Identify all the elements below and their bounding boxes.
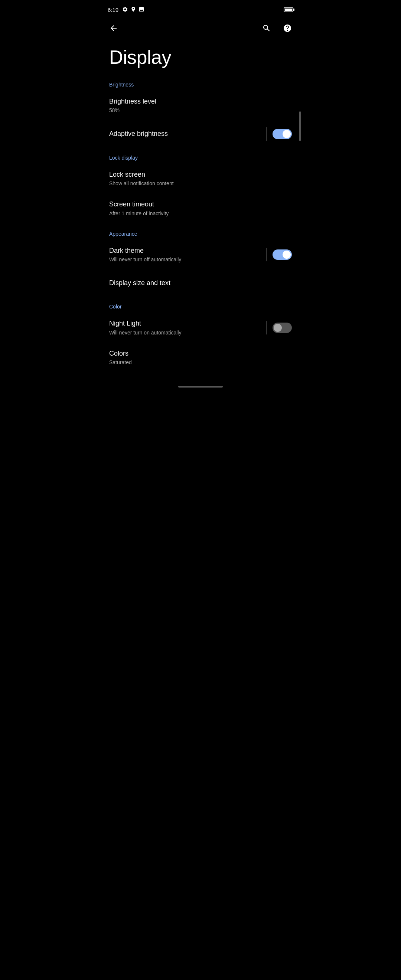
setting-item-adaptive-brightness[interactable]: Adaptive brightness: [100, 121, 301, 147]
setting-title-display-size-text: Display size and text: [109, 279, 292, 287]
toggle-dark-theme[interactable]: [272, 250, 292, 260]
setting-subtitle-colors: Saturated: [109, 359, 292, 366]
nav-left: [106, 21, 121, 36]
setting-item-right-night-light: [266, 321, 292, 334]
section-header-lock-display: Lock display: [100, 147, 301, 164]
sections-container: BrightnessBrightness level58%Adaptive br…: [100, 74, 301, 372]
location-icon: [130, 6, 136, 13]
setting-item-lock-screen[interactable]: Lock screenShow all notification content: [100, 164, 301, 194]
setting-title-screen-timeout: Screen timeout: [109, 200, 292, 208]
divider-night-light: [266, 321, 267, 334]
setting-title-colors: Colors: [109, 349, 292, 358]
setting-subtitle-screen-timeout: After 1 minute of inactivity: [109, 210, 292, 217]
toggle-thumb-adaptive-brightness: [283, 130, 291, 138]
divider-dark-theme: [266, 248, 267, 261]
gear-icon: [122, 6, 128, 13]
setting-item-screen-timeout[interactable]: Screen timeoutAfter 1 minute of inactivi…: [100, 193, 301, 223]
setting-item-right-dark-theme: [266, 248, 292, 261]
back-arrow-icon: [109, 24, 118, 33]
setting-item-left-lock-screen: Lock screenShow all notification content: [109, 170, 292, 187]
status-bar: 6:19: [100, 0, 301, 18]
setting-item-left-night-light: Night LightWill never turn on automatica…: [109, 319, 266, 336]
help-button[interactable]: [280, 21, 295, 36]
status-bar-left: 6:19: [108, 6, 145, 13]
toggle-thumb-dark-theme: [283, 251, 291, 259]
setting-item-left-colors: ColorsSaturated: [109, 349, 292, 366]
nav-right: [259, 21, 295, 36]
battery-icon: [284, 8, 293, 12]
home-bar: [100, 380, 301, 390]
search-button[interactable]: [259, 21, 274, 36]
setting-subtitle-night-light: Will never turn on automatically: [109, 329, 266, 336]
setting-title-night-light: Night Light: [109, 319, 266, 328]
setting-title-dark-theme: Dark theme: [109, 247, 266, 255]
back-button[interactable]: [106, 21, 121, 36]
help-icon: [283, 24, 292, 33]
setting-title-lock-screen: Lock screen: [109, 170, 292, 179]
screenshot-icon: [138, 6, 145, 13]
setting-item-left-screen-timeout: Screen timeoutAfter 1 minute of inactivi…: [109, 200, 292, 217]
setting-item-left-adaptive-brightness: Adaptive brightness: [109, 130, 266, 138]
divider-adaptive-brightness: [266, 127, 267, 141]
setting-item-right-adaptive-brightness: [266, 127, 292, 141]
search-icon: [262, 24, 271, 33]
setting-item-left-brightness-level: Brightness level58%: [109, 97, 292, 114]
page-title: Display: [100, 38, 301, 74]
setting-subtitle-dark-theme: Will never turn off automatically: [109, 256, 266, 263]
section-header-color: Color: [100, 296, 301, 313]
setting-item-brightness-level[interactable]: Brightness level58%: [100, 91, 301, 121]
setting-subtitle-lock-screen: Show all notification content: [109, 180, 292, 187]
setting-subtitle-brightness-level: 58%: [109, 107, 292, 114]
section-header-appearance: Appearance: [100, 223, 301, 240]
status-bar-right: [284, 8, 293, 12]
top-nav: [100, 18, 301, 38]
status-time: 6:19: [108, 7, 118, 13]
setting-title-brightness-level: Brightness level: [109, 97, 292, 106]
toggle-night-light[interactable]: [272, 323, 292, 333]
home-bar-line: [178, 386, 223, 388]
setting-item-night-light[interactable]: Night LightWill never turn on automatica…: [100, 313, 301, 343]
setting-item-dark-theme[interactable]: Dark themeWill never turn off automatica…: [100, 240, 301, 270]
setting-item-display-size-text[interactable]: Display size and text: [100, 269, 301, 296]
scrollbar-indicator: [299, 111, 301, 141]
setting-title-adaptive-brightness: Adaptive brightness: [109, 130, 266, 138]
status-icons: [122, 6, 145, 13]
setting-item-left-display-size-text: Display size and text: [109, 279, 292, 287]
toggle-thumb-night-light: [274, 324, 282, 332]
setting-item-left-dark-theme: Dark themeWill never turn off automatica…: [109, 247, 266, 263]
setting-item-colors[interactable]: ColorsSaturated: [100, 343, 301, 373]
toggle-adaptive-brightness[interactable]: [272, 129, 292, 139]
section-header-brightness: Brightness: [100, 74, 301, 91]
